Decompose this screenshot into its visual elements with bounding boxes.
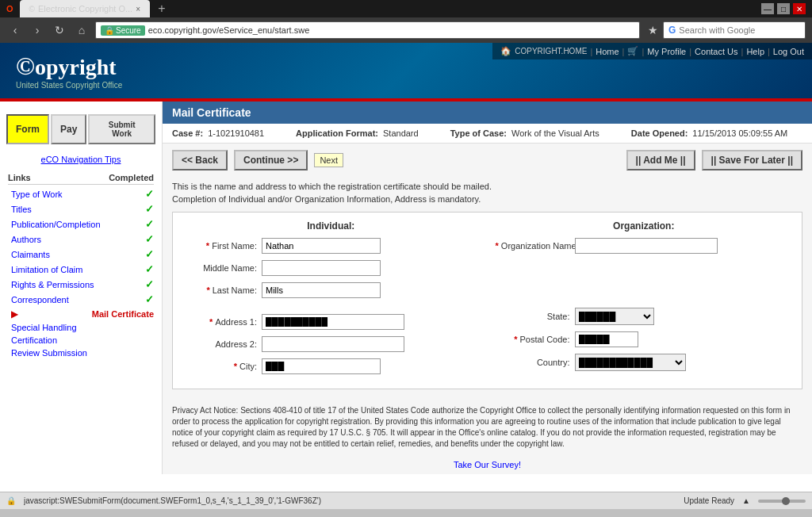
step-pay-btn[interactable]: Pay xyxy=(51,114,86,144)
step-submit-btn[interactable]: Submit Work xyxy=(88,114,155,144)
back-button[interactable]: << Back xyxy=(172,150,228,170)
postal-code-input[interactable] xyxy=(575,331,638,347)
app-format-value: Standard xyxy=(383,128,419,138)
step-form-btn[interactable]: Form xyxy=(6,114,49,144)
description-1: This is the name and address to which th… xyxy=(172,182,802,191)
top-nav-contact-us[interactable]: Contact Us xyxy=(695,47,737,56)
status-js-text: javascript:SWESubmitForm(document.SWEFor… xyxy=(24,496,676,505)
individual-column: Individual: * First Name: Middle Name: xyxy=(182,220,480,381)
address2-input[interactable] xyxy=(262,336,404,352)
last-name-input[interactable] xyxy=(262,282,381,298)
main-layout: Form Pay Submit Work eCO Navigation Tips… xyxy=(0,101,812,474)
copyright-banner: ©opyright United States Copyright Office… xyxy=(0,43,812,98)
address1-field: * Address 1: xyxy=(182,314,480,330)
top-nav-home[interactable]: Home xyxy=(596,47,619,56)
home-icon: 🏠 xyxy=(500,46,511,56)
sidebar-item-review-submission[interactable]: Review Submission xyxy=(8,347,154,359)
section-title: Mail Certificate xyxy=(172,106,251,119)
app-format-info: Application Format: Standard xyxy=(296,128,419,138)
sidebar-item-claimants[interactable]: Claimants ✓ xyxy=(8,247,154,262)
save-for-later-button[interactable]: || Save For Later || xyxy=(702,150,802,170)
tab[interactable]: © Electronic Copyright O... × xyxy=(20,0,150,17)
nav-link-rights[interactable]: Rights & Permissions xyxy=(11,280,94,289)
content-header: Mail Certificate xyxy=(163,101,812,124)
continue-button[interactable]: Continue >> xyxy=(234,150,308,170)
sidebar-item-correspondent[interactable]: Correspondent ✓ xyxy=(8,292,154,307)
survey-link[interactable]: Take Our Survey! xyxy=(454,460,521,469)
new-tab-btn[interactable]: + xyxy=(153,0,170,17)
status-bar: 🔒 javascript:SWESubmitForm(document.SWEF… xyxy=(0,492,812,509)
maximize-btn[interactable]: □ xyxy=(777,3,790,14)
top-nav-my-profile[interactable]: My Profile xyxy=(647,47,686,56)
eco-nav-tips-link[interactable]: eCO Navigation Tips xyxy=(41,155,121,164)
nav-link-mail-certificate[interactable]: Mail Certificate xyxy=(92,309,154,319)
country-label: Country: xyxy=(496,358,575,367)
reload-btn[interactable]: ↻ xyxy=(51,21,68,39)
nav-link-review-submission[interactable]: Review Submission xyxy=(11,348,87,358)
search-bar[interactable]: G xyxy=(663,21,806,39)
nav-link-correspondent[interactable]: Correspondent xyxy=(11,295,69,304)
nav-link-claimants[interactable]: Claimants xyxy=(11,250,50,259)
org-name-field: * Organization Name: xyxy=(496,238,793,254)
tab-close[interactable]: × xyxy=(136,5,140,13)
google-icon: G xyxy=(668,25,676,36)
back-btn[interactable]: ‹ xyxy=(6,21,24,39)
required-star-city: * xyxy=(234,362,239,371)
nav-link-certification[interactable]: Certification xyxy=(11,335,57,345)
country-select[interactable]: ████████████ xyxy=(575,354,686,371)
first-name-input[interactable] xyxy=(262,238,381,254)
date-opened-value: 11/15/2013 05:09:55 AM xyxy=(692,128,787,138)
sidebar-item-mail-certificate[interactable]: ▶ Mail Certificate xyxy=(8,307,154,321)
nav-link-limitation[interactable]: Limitation of Claim xyxy=(11,265,82,274)
state-select[interactable]: ██████ xyxy=(575,308,654,325)
search-input[interactable] xyxy=(679,25,800,35)
eco-nav-tips[interactable]: eCO Navigation Tips xyxy=(0,151,162,168)
top-nav-log-out[interactable]: Log Out xyxy=(773,47,804,56)
form-body: Individual: * First Name: Middle Name: xyxy=(172,212,802,389)
address1-input[interactable] xyxy=(262,314,404,330)
sidebar-item-limitation[interactable]: Limitation of Claim ✓ xyxy=(8,262,154,277)
home-btn[interactable]: ⌂ xyxy=(73,21,90,39)
sidebar-item-publication[interactable]: Publication/Completion ✓ xyxy=(8,216,154,232)
description-2: Completion of Individual and/or Organiza… xyxy=(172,194,802,204)
organization-title: Organization: xyxy=(496,220,793,232)
close-btn[interactable]: ✕ xyxy=(793,3,806,14)
forward-btn[interactable]: › xyxy=(29,21,46,39)
address-text: eco.copyright.gov/eService_enu/start.swe xyxy=(148,25,310,35)
tab-title: Electronic Copyright O... xyxy=(38,4,132,13)
status-right: Update Ready ▲ xyxy=(684,496,806,505)
separator: | xyxy=(642,47,644,56)
sidebar-item-certification[interactable]: Certification xyxy=(8,334,154,347)
top-nav-help[interactable]: Help xyxy=(746,47,764,56)
nav-link-authors[interactable]: Authors xyxy=(11,235,41,244)
nav-link-titles[interactable]: Titles xyxy=(11,205,32,214)
form-actions: << Back Continue >> Next || Add Me || ||… xyxy=(163,144,812,177)
top-right-nav: 🏠 COPYRIGHT.HOME | Home | 🛒 | My Profile… xyxy=(492,43,812,59)
nav-link-type-of-work[interactable]: Type of Work xyxy=(11,190,63,199)
logo-text: ©opyright xyxy=(16,52,122,81)
address-bar[interactable]: 🔒 Secure eco.copyright.gov/eService_enu/… xyxy=(95,21,640,39)
bookmark-icon[interactable]: ★ xyxy=(648,24,658,36)
sidebar-item-titles[interactable]: Titles ✓ xyxy=(8,201,154,216)
cart-icon[interactable]: 🛒 xyxy=(627,46,638,56)
org-name-input[interactable] xyxy=(575,238,718,254)
zoom-bar[interactable] xyxy=(758,500,806,503)
check-authors: ✓ xyxy=(145,233,154,245)
sidebar-item-authors[interactable]: Authors ✓ xyxy=(8,232,154,247)
sidebar-steps: Form Pay Submit Work xyxy=(0,108,162,151)
city-input[interactable] xyxy=(262,358,381,374)
nav-link-special-handling[interactable]: Special Handling xyxy=(11,323,77,332)
minimize-btn[interactable]: — xyxy=(761,3,774,14)
sidebar-item-type-of-work[interactable]: Type of Work ✓ xyxy=(8,186,154,201)
middle-name-input[interactable] xyxy=(262,260,381,276)
sidebar-item-rights[interactable]: Rights & Permissions ✓ xyxy=(8,277,154,292)
form-columns: Individual: * First Name: Middle Name: xyxy=(182,220,792,381)
required-star-org: * xyxy=(496,241,501,251)
nav-link-publication[interactable]: Publication/Completion xyxy=(11,220,101,229)
add-me-button[interactable]: || Add Me || xyxy=(626,150,695,170)
nav-header: Links Completed xyxy=(8,171,154,185)
zoom-thumb xyxy=(782,497,790,505)
sidebar-item-special-handling[interactable]: Special Handling xyxy=(8,321,154,334)
case-number-info: Case #: 1-1021910481 xyxy=(172,128,264,138)
separator: | xyxy=(768,47,770,56)
